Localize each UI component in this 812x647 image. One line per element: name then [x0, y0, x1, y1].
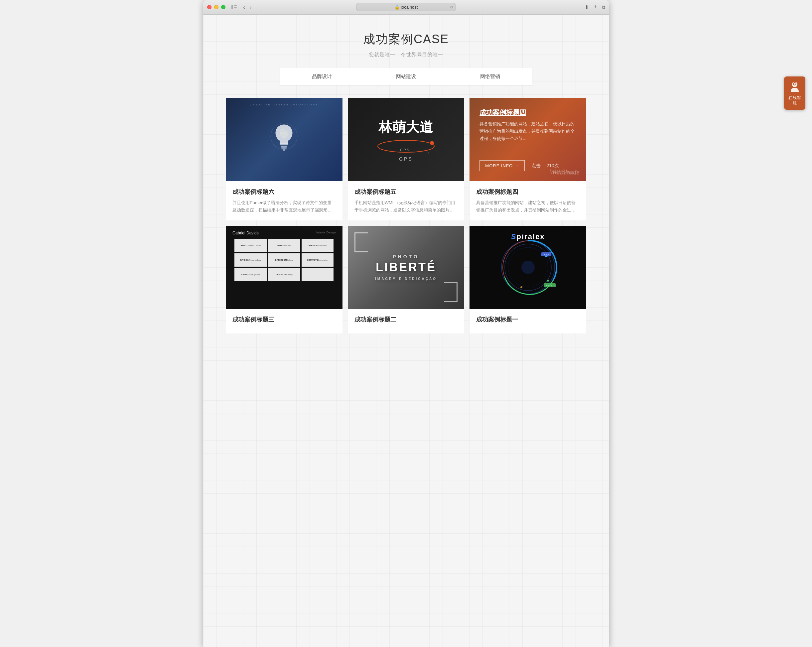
case4-text: 成功案例标题四 具备营销推广功能的网站，建站之初，便以日后的营销推广为目的和出发…	[470, 181, 586, 220]
case-card-1: ABOUT CONTACTS Spiralex 成功案例标题一	[470, 226, 586, 333]
back-button[interactable]: ‹	[242, 4, 246, 11]
case1-title: 成功案例标题一	[476, 316, 580, 324]
svg-rect-9	[280, 143, 288, 145]
tab-navigation: 品牌设计 网站建设 网络营销	[280, 68, 532, 85]
page-content: 在线客服 成功案例CASE 您就是唯一，令世界瞩目的唯一 品牌设计 网站建设 网…	[203, 15, 609, 647]
case4-click-count: 点击： 210次	[531, 163, 559, 169]
tab-website-build[interactable]: 网站建设	[364, 68, 448, 85]
case6-image[interactable]: LAB CREATI	[226, 98, 342, 181]
case2-image[interactable]: PHOTO LIBERTÉ IMAGEM E DEDICAÇÃO	[348, 226, 464, 309]
grid-bedroom: BEDROOMGallery	[268, 268, 300, 281]
case1-text: 成功案例标题一	[470, 309, 586, 333]
case1-image[interactable]: ABOUT CONTACTS Spiralex	[470, 226, 586, 309]
page-title: 成功案例CASE	[210, 31, 603, 47]
grid-bathroom: BATHROOMGallery	[268, 253, 300, 267]
forward-button[interactable]: ›	[249, 4, 253, 11]
case6-desc: 并且使用Parser做了语法分析，实现了跨文件的变量及函数追踪，扫描结果中非常直…	[232, 199, 336, 214]
case-card-5: 林萌大道 GPS ® GPS 成功案例标题五 手机网站是指用WML（无线标记语言…	[348, 98, 464, 220]
case2-title: 成功案例标题二	[354, 316, 458, 324]
svg-rect-2	[234, 7, 237, 8]
case5-desc: 手机网站是指用WML（无线标记语言）编写的专门用于手机浏览的网站，通常以文字信息…	[354, 199, 458, 214]
case3-image[interactable]: Gabriel Davids Interior Design ABOUTGabr…	[226, 226, 342, 309]
refresh-icon[interactable]: ↻	[450, 5, 453, 10]
interior-brand: Gabriel Davids	[232, 231, 259, 235]
svg-text:ABOUT: ABOUT	[542, 254, 549, 256]
page-subtitle: 您就是唯一，令世界瞩目的唯一	[210, 52, 603, 58]
case6-title: 成功案例标题六	[232, 188, 336, 196]
share-icon[interactable]: ⬆	[585, 4, 589, 10]
address-bar-lock-icon: 🔒	[394, 5, 400, 10]
more-info-button[interactable]: MORE INFO →	[479, 160, 524, 171]
traffic-lights	[207, 5, 226, 9]
case3-text: 成功案例标题三	[226, 309, 342, 333]
case-card-6: LAB CREATI	[226, 98, 342, 220]
svg-rect-10	[281, 146, 287, 147]
grid-services: SERVICESOverview	[302, 239, 334, 252]
case3-title: 成功案例标题三	[232, 316, 336, 324]
svg-rect-1	[234, 5, 237, 6]
spiralex-logo-text: Spiralex	[511, 232, 545, 241]
grid-empty	[302, 268, 334, 281]
case5-text: 成功案例标题五 手机网站是指用WML（无线标记语言）编写的专门用于手机浏览的网站…	[348, 181, 464, 220]
click-count-value: 210次	[546, 163, 559, 168]
logo-gps-label: GPS	[399, 156, 413, 162]
tab-network-marketing[interactable]: 网络营销	[448, 68, 532, 85]
case5-logo: 林萌大道 GPS ® GPS	[376, 118, 436, 162]
svg-rect-11	[281, 147, 287, 149]
close-button[interactable]	[207, 5, 212, 9]
address-bar-container: 🔒 localhost ↻	[356, 3, 456, 11]
svg-point-13	[280, 130, 288, 138]
svg-rect-12	[283, 149, 285, 151]
browser-titlebar: ‹ › 🔒 localhost ↻ ⬆ + ⧉	[203, 0, 609, 15]
svg-rect-3	[234, 9, 237, 9]
interior-category: Interior Design	[316, 231, 336, 234]
case-card-3: Gabriel Davids Interior Design ABOUTGabr…	[226, 226, 342, 333]
svg-point-24	[521, 261, 535, 274]
windows-icon[interactable]: ⧉	[602, 4, 605, 10]
minimize-button[interactable]	[214, 5, 218, 9]
case4-featured-title: 成功案例标题四	[479, 108, 576, 117]
tab-brand-design[interactable]: 品牌设计	[280, 68, 364, 85]
grid-about: ABOUTGabriel Davids	[234, 239, 267, 252]
svg-rect-0	[231, 5, 233, 9]
case-card-4: 成功案例标题四 具备营销推广功能的网站，建站之初，便以日后的营销推广为目的和出发…	[470, 98, 586, 220]
case5-title: 成功案例标题五	[354, 188, 458, 196]
browser-right-controls: ⬆ + ⧉	[585, 4, 605, 11]
cases-grid: LAB CREATI	[210, 95, 602, 349]
grid-new: NEWCollection	[268, 239, 300, 252]
page-header: 成功案例CASE 您就是唯一，令世界瞩目的唯一	[203, 15, 609, 68]
case4-featured-image[interactable]: 成功案例标题四 具备营销推广功能的网站，建站之初，便以日后的营销推广为目的和出发…	[470, 98, 586, 181]
address-bar-url[interactable]: localhost	[401, 5, 418, 10]
case4-featured-footer: MORE INFO → 点击： 210次	[479, 160, 576, 171]
grid-contacts: CONTACTSInformation	[302, 253, 334, 267]
browser-nav-controls: ‹ ›	[229, 3, 253, 12]
maximize-button[interactable]	[221, 5, 226, 9]
grid-living: LIVINGRoom gallery	[234, 268, 267, 281]
case4-desc: 具备营销推广功能的网站，建站之初，便以日后的营销推广为目的和出发点，并贯彻到网站…	[476, 199, 580, 214]
photo-liberte-text: PHOTO LIBERTÉ IMAGEM E DEDICAÇÃO	[375, 254, 437, 281]
interior-grid: ABOUTGabriel Davids NEWCollection SERVIC…	[234, 239, 334, 296]
svg-text:CONTACTS: CONTACTS	[545, 285, 556, 287]
case2-text: 成功案例标题二	[348, 309, 464, 333]
logo-chinese-text: 林萌大道	[379, 118, 433, 136]
address-bar[interactable]: 🔒 localhost ↻	[356, 3, 456, 11]
bracket-left	[354, 232, 368, 252]
svg-point-22	[547, 279, 549, 282]
webshade-watermark: WebShade	[552, 169, 580, 176]
case5-image[interactable]: 林萌大道 GPS ® GPS	[348, 98, 464, 181]
case4-featured-desc: 具备营销推广功能的网站，建站之初，便以日后的营销推广为目的和出发点，并贯彻到网站…	[479, 121, 576, 142]
svg-text:®: ®	[427, 152, 430, 154]
click-text-label: 点击：	[531, 163, 545, 168]
svg-text:GPS: GPS	[400, 148, 410, 152]
bracket-right	[444, 282, 458, 302]
svg-point-23	[520, 286, 522, 288]
new-tab-icon[interactable]: +	[594, 4, 597, 11]
case6-text: 成功案例标题六 并且使用Parser做了语法分析，实现了跨文件的变量及函数追踪，…	[226, 181, 342, 220]
sidebar-toggle-icon[interactable]	[229, 3, 239, 12]
case4-title: 成功案例标题四	[476, 188, 580, 196]
grid-kitchen: KITCHENRoom gallery	[234, 253, 267, 267]
case-card-2: PHOTO LIBERTÉ IMAGEM E DEDICAÇÃO 成功案例标题二	[348, 226, 464, 333]
svg-point-15	[430, 141, 434, 145]
browser-window: ‹ › 🔒 localhost ↻ ⬆ + ⧉	[203, 0, 609, 647]
